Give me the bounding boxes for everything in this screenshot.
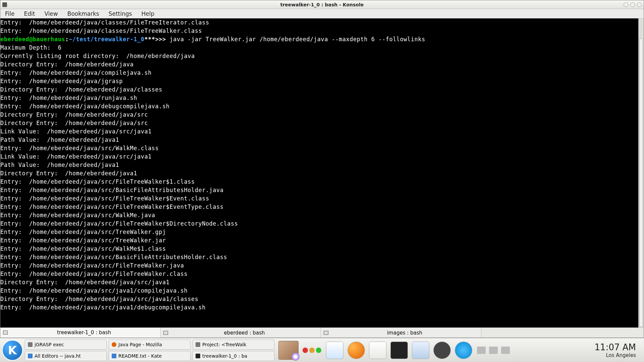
menu-file[interactable]: File xyxy=(3,10,16,18)
menu-bookmarks[interactable]: Bookmarks xyxy=(65,10,101,18)
konsole-tabbar: treewalker-1_0 : bash eberdeed : bash im… xyxy=(0,327,644,338)
task-jgrasp[interactable]: jGRASP exec xyxy=(25,340,107,350)
task-column-3: Project: <TreeWalk treewalker-1_0 : ba xyxy=(193,340,274,361)
terminal-line: Directory Entry: /home/eberdeed/java/src… xyxy=(0,295,638,303)
scrollbar[interactable] xyxy=(638,18,644,327)
kate-launcher[interactable] xyxy=(369,342,386,359)
terminal-line: Entry: /home/eberdeed/java/src/BasicFile… xyxy=(0,253,638,261)
terminal-line: Directory Entry: /home/eberdeed/java xyxy=(0,60,638,69)
task-label: jGRASP exec xyxy=(35,342,64,347)
clock[interactable]: 11:07 AM Los Angeles xyxy=(595,342,642,358)
steam-launcher[interactable] xyxy=(433,342,451,359)
scroll-thumb[interactable] xyxy=(639,39,643,327)
green-dot-icon xyxy=(316,348,321,353)
minimize-button[interactable] xyxy=(624,2,628,7)
package-widget[interactable] xyxy=(278,341,299,360)
task-firefox[interactable]: Java Page - Mozilla xyxy=(109,340,191,350)
close-button[interactable] xyxy=(637,2,642,7)
desktop-panel: K jGRASP exec All Editors -- java.ht Jav… xyxy=(0,338,644,362)
terminal-line: Path Value: /home/eberdeed/java1 xyxy=(0,136,638,144)
tab-eberdeed[interactable]: eberdeed : bash xyxy=(161,328,321,338)
task-readme[interactable]: README.txt - Kate xyxy=(109,351,191,361)
app-icon xyxy=(28,354,33,358)
clock-time: 11:07 AM xyxy=(595,342,636,352)
maximize-button[interactable] xyxy=(630,2,635,7)
menu-help[interactable]: Help xyxy=(139,10,156,18)
app-icon xyxy=(28,342,33,347)
terminal-line: Maximum Depth: 6 xyxy=(0,44,638,52)
firefox-icon xyxy=(112,342,116,347)
tab-images[interactable]: images : bash xyxy=(321,328,481,338)
terminal-line: Entry: /home/eberdeed/java/src/TreeWalke… xyxy=(0,228,638,236)
terminal-line: Entry: /home/eberdeed/java/src/java1/com… xyxy=(0,287,638,295)
terminal-line: Directory Entry: /home/eberdeed/java/src xyxy=(0,119,638,127)
terminal-line: Entry: /home/eberdeed/java/classes/FileT… xyxy=(0,27,638,35)
konsole-launcher[interactable] xyxy=(390,342,408,359)
terminal-line: Entry: /home/eberdeed/java/src/BasicFile… xyxy=(0,186,638,194)
menu-edit[interactable]: Edit xyxy=(22,10,37,18)
terminal-line: Entry: /home/eberdeed/java/runjava.sh xyxy=(0,94,638,102)
terminal-line: Entry: /home/eberdeed/java/src/FileTreeW… xyxy=(0,178,638,186)
volume-icon[interactable] xyxy=(489,347,498,354)
terminal-line: Directory Entry: /home/eberdeed/java/src xyxy=(0,111,638,119)
titlebar[interactable]: treewalker-1_0 : bash - Konsole xyxy=(0,0,644,9)
menubar: File Edit View Bookmarks Settings Help xyxy=(0,9,644,18)
kickoff-menu[interactable]: K xyxy=(2,340,23,361)
prompt-marker: ***>>> xyxy=(144,36,169,43)
menu-view[interactable]: View xyxy=(42,10,60,18)
hp-launcher[interactable] xyxy=(455,342,472,359)
clock-location: Los Angeles xyxy=(595,352,636,358)
window-title: treewalker-1_0 : bash - Konsole xyxy=(0,2,644,7)
terminal-line: Currently listing root directory: /home/… xyxy=(0,52,638,60)
files-launcher[interactable] xyxy=(412,342,429,359)
terminal-icon xyxy=(3,330,8,335)
terminal-line: Entry: /home/eberdeed/java/src/WalkMe.ja… xyxy=(0,211,638,220)
terminal-line: Entry: /home/eberdeed/java/src/java1/deb… xyxy=(0,303,638,312)
prompt-separator: : xyxy=(65,36,69,43)
terminal-icon xyxy=(324,331,328,335)
terminal[interactable]: Entry: /home/eberdeed/java/classes/FileT… xyxy=(0,18,638,327)
terminal-line: Entry: /home/eberdeed/java/src/TreeWalke… xyxy=(0,236,638,245)
firefox-launcher[interactable] xyxy=(347,342,365,359)
terminal-line: Entry: /home/eberdeed/java/src/FileTreeW… xyxy=(0,261,638,270)
terminal-line: Directory Entry: /home/eberdeed/java1 xyxy=(0,169,638,178)
terminal-icon xyxy=(163,331,168,335)
task-konsole[interactable]: treewalker-1_0 : ba xyxy=(193,351,274,361)
tab-label: eberdeed : bash xyxy=(171,330,318,336)
task-label: Project: <TreeWalk xyxy=(202,342,247,347)
task-column-1: jGRASP exec All Editors -- java.ht xyxy=(25,340,107,361)
kate-icon xyxy=(112,354,116,358)
task-label: Java Page - Mozilla xyxy=(118,342,162,347)
clipboard-icon[interactable] xyxy=(501,347,510,354)
terminal-line: Entry: /home/eberdeed/java/src/FileTreeW… xyxy=(0,203,638,211)
amber-dot-icon xyxy=(309,348,315,353)
prompt-user-host: eberdeed@bauerhaus xyxy=(0,36,65,43)
task-label: treewalker-1_0 : ba xyxy=(202,353,247,359)
terminal-line: Directory Entry: /home/eberdeed/java/cla… xyxy=(0,85,638,94)
traffic-widget[interactable] xyxy=(303,348,321,353)
writer-launcher[interactable] xyxy=(326,342,343,359)
tab-treewalker[interactable]: treewalker-1_0 : bash xyxy=(0,328,161,338)
terminal-line: Entry: /home/eberdeed/java/src/WalkMe.cl… xyxy=(0,144,638,153)
prompt-command: java -jar TreeWalker.jar /home/eberdeed/… xyxy=(170,36,425,43)
task-label: README.txt - Kate xyxy=(118,353,162,359)
menu-settings[interactable]: Settings xyxy=(107,10,134,18)
terminal-wrap: Entry: /home/eberdeed/java/classes/FileT… xyxy=(0,18,644,327)
window-controls xyxy=(624,2,642,7)
task-project[interactable]: Project: <TreeWalk xyxy=(193,340,274,350)
prompt-path: ~/test/treewalker-1_0 xyxy=(69,36,144,43)
task-label: All Editors -- java.ht xyxy=(35,353,81,359)
task-all-editors[interactable]: All Editors -- java.ht xyxy=(25,351,107,361)
terminal-line: Path Value: /home/eberdeed/java1 xyxy=(0,161,638,169)
terminal-line: Entry: /home/eberdeed/java/src/FileTreeW… xyxy=(0,194,638,203)
tab-label: images : bash xyxy=(331,330,478,336)
terminal-line: Link Value: /home/eberdeed/java/src/java… xyxy=(0,127,638,136)
terminal-line: Entry: /home/eberdeed/java/src/FileTreeW… xyxy=(0,220,638,228)
task-column-2: Java Page - Mozilla README.txt - Kate xyxy=(109,340,191,361)
launcher-icons xyxy=(326,342,472,359)
terminal-icon xyxy=(196,354,200,358)
terminal-line: Entry: /home/eberdeed/java/debugcompilej… xyxy=(0,102,638,111)
keyboard-icon[interactable] xyxy=(477,347,486,354)
prompt-line: eberdeed@bauerhaus:~/test/treewalker-1_0… xyxy=(0,35,638,44)
tab-label: treewalker-1_0 : bash xyxy=(10,329,158,336)
